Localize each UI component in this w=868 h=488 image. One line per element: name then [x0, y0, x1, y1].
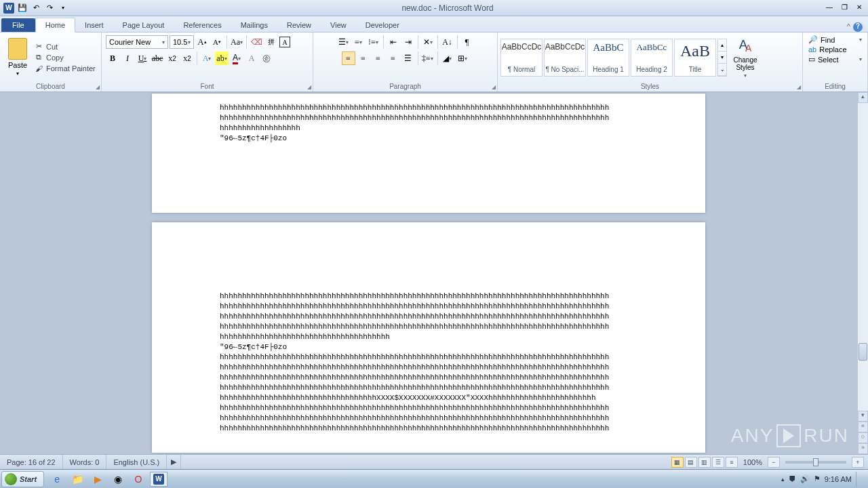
phonetic-button[interactable]: 拼 — [264, 35, 278, 49]
minimize-ribbon-icon[interactable]: ^ — [847, 22, 850, 32]
media-task-icon[interactable]: ▶ — [89, 472, 106, 487]
italic-button[interactable]: I — [121, 52, 134, 65]
help-icon[interactable]: ? — [853, 22, 863, 32]
tab-review[interactable]: Review — [277, 18, 321, 32]
zoom-slider[interactable] — [785, 461, 846, 464]
tray-clock[interactable]: 9:16 AM — [825, 475, 852, 483]
font-size-combo[interactable]: 10.5▾ — [170, 35, 194, 49]
distributed-button[interactable]: ☰ — [401, 52, 415, 65]
scroll-thumb[interactable] — [859, 343, 867, 361]
replace-button[interactable]: abReplace — [808, 45, 862, 54]
zoom-in-button[interactable]: + — [852, 457, 864, 468]
shading-button[interactable]: ◢▾ — [441, 52, 454, 65]
bullets-button[interactable]: ☰▾ — [337, 35, 351, 49]
tab-mailings[interactable]: Mailings — [231, 18, 277, 32]
redo-icon[interactable]: ↷ — [43, 2, 56, 14]
subscript-button[interactable]: x2 — [165, 52, 179, 65]
tab-insert[interactable]: Insert — [75, 18, 113, 32]
restore-button[interactable]: ❐ — [838, 3, 850, 13]
paragraph-launcher-icon[interactable]: ◢ — [492, 84, 496, 90]
draft-view-button[interactable]: ≡ — [726, 457, 738, 468]
minimize-button[interactable]: — — [823, 3, 835, 13]
tab-page-layout[interactable]: Page Layout — [113, 18, 174, 32]
text-effects-button[interactable]: A▾ — [200, 52, 214, 65]
change-styles-button[interactable]: AA Change Styles ▾ — [728, 36, 762, 79]
style-no-spacing[interactable]: AaBbCcDc¶ No Spaci... — [544, 39, 586, 77]
line-spacing-button[interactable]: ‡≡▾ — [421, 52, 435, 65]
justify-button[interactable]: ≡ — [387, 52, 400, 65]
show-marks-button[interactable]: ¶ — [460, 35, 474, 49]
macro-status[interactable]: ▶ — [167, 455, 181, 469]
numbering-button[interactable]: ≡▾ — [352, 35, 366, 49]
tab-home[interactable]: Home — [35, 18, 75, 33]
tab-developer[interactable]: Developer — [356, 18, 409, 32]
decrease-indent-button[interactable]: ⇤ — [387, 35, 400, 49]
change-case-button[interactable]: Aa▾ — [230, 35, 243, 49]
prev-page-button[interactable]: « — [858, 422, 868, 432]
page-status[interactable]: Page: 16 of 22 — [0, 455, 63, 469]
word-count-status[interactable]: Words: 0 — [63, 455, 107, 469]
clipboard-launcher-icon[interactable]: ◢ — [96, 84, 100, 90]
zoom-level[interactable]: 100% — [743, 458, 762, 466]
borders-button[interactable]: ⊞▾ — [456, 52, 469, 65]
increase-indent-button[interactable]: ⇥ — [401, 35, 415, 49]
highlight-button[interactable]: ab▾ — [215, 52, 229, 65]
full-screen-view-button[interactable]: ▤ — [685, 457, 697, 468]
chrome-task-icon[interactable]: ◉ — [109, 472, 127, 487]
align-center-button[interactable]: ≡ — [357, 52, 370, 65]
clear-formatting-button[interactable]: ⌫ — [250, 35, 263, 49]
tray-arrow-icon[interactable]: ▴ — [781, 476, 785, 483]
show-desktop-button[interactable] — [856, 472, 863, 487]
cut-button[interactable]: ✂Cut — [34, 42, 96, 52]
tab-file[interactable]: File — [1, 18, 35, 32]
web-layout-view-button[interactable]: ▥ — [698, 457, 711, 468]
ie-task-icon[interactable]: e — [48, 472, 66, 487]
font-launcher-icon[interactable]: ◢ — [307, 84, 311, 90]
format-painter-button[interactable]: 🖌Format Painter — [34, 64, 96, 73]
opera-task-icon[interactable]: O — [130, 472, 147, 487]
styles-launcher-icon[interactable]: ◢ — [797, 84, 801, 90]
sort-button[interactable]: A↓ — [441, 35, 454, 49]
next-page-button[interactable]: » — [858, 443, 868, 454]
explorer-task-icon[interactable]: 📁 — [68, 472, 86, 487]
bold-button[interactable]: B — [106, 52, 119, 65]
style-heading-1[interactable]: AaBbCHeading 1 — [587, 39, 629, 77]
language-status[interactable]: English (U.S.) — [106, 455, 167, 469]
underline-button[interactable]: U▾ — [136, 52, 149, 65]
copy-button[interactable]: ⧉Copy — [34, 53, 96, 62]
align-left-button[interactable]: ≡ — [342, 52, 355, 65]
document-area[interactable]: hhhhhhhhhhhhhhhhhhhhhhhhhhhhhhhhhhhhhhhh… — [0, 92, 857, 454]
print-layout-view-button[interactable]: ▦ — [671, 457, 684, 468]
outline-view-button[interactable]: ☰ — [712, 457, 724, 468]
styles-scroll[interactable]: ▴▾⌄ — [717, 39, 727, 77]
align-right-button[interactable]: ≡ — [372, 52, 385, 65]
qat-customize-icon[interactable]: ▾ — [57, 2, 69, 14]
tab-references[interactable]: References — [174, 18, 231, 32]
word-app-icon[interactable]: W — [3, 2, 15, 14]
close-button[interactable]: ✕ — [853, 3, 865, 13]
scroll-up-button[interactable]: ▴ — [858, 92, 868, 103]
tray-flag-icon[interactable]: ⚑ — [814, 474, 821, 483]
style-normal[interactable]: AaBbCcDc¶ Normal — [500, 39, 542, 77]
asian-layout-button[interactable]: ✕▾ — [421, 35, 435, 49]
tab-view[interactable]: View — [321, 18, 356, 32]
grow-font-button[interactable]: A▴ — [195, 35, 209, 49]
strikethrough-button[interactable]: abc — [151, 52, 164, 65]
tray-shield-icon[interactable]: ⛊ — [789, 475, 796, 483]
font-color-button[interactable]: A▾ — [230, 52, 243, 65]
browse-object-button[interactable]: ○ — [858, 432, 868, 443]
enclose-chars-button[interactable]: ㊭ — [260, 52, 273, 65]
paste-button[interactable]: Paste ▾ — [4, 38, 31, 77]
char-shading-button[interactable]: A — [245, 52, 258, 65]
char-border-button[interactable]: A — [279, 37, 290, 47]
multilevel-button[interactable]: ⁝≡▾ — [367, 35, 380, 49]
style-heading-2[interactable]: AaBbCcHeading 2 — [631, 39, 673, 77]
save-icon[interactable]: 💾 — [16, 2, 28, 14]
superscript-button[interactable]: x2 — [180, 52, 194, 65]
vertical-scrollbar[interactable]: ▴ ▾ « ○ » — [857, 92, 868, 454]
start-button[interactable]: Start — [1, 471, 44, 487]
find-button[interactable]: 🔎Find▾ — [808, 35, 862, 44]
scroll-down-button[interactable]: ▾ — [858, 411, 868, 422]
undo-icon[interactable]: ↶ — [30, 2, 42, 14]
shrink-font-button[interactable]: A▾ — [210, 35, 224, 49]
